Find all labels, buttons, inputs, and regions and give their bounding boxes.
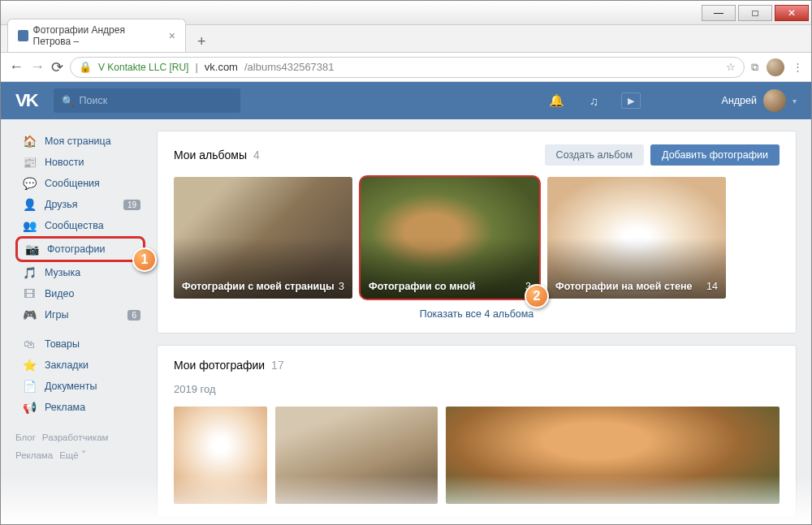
sidebar-item-documents[interactable]: 📄Документы: [15, 376, 145, 397]
page-content: VK 🔍 Поиск 🔔 ♫ ▶ Андрей ▾ 🏠Моя страница …: [1, 82, 811, 524]
omnibox[interactable]: 🔒 V Kontakte LLC [RU] | vk.com/albums432…: [70, 57, 745, 78]
messages-icon: 💬: [22, 177, 37, 190]
browser-window: — □ ✕ Фотографии Андрея Петрова – × + ← …: [0, 0, 812, 525]
menu-icon[interactable]: ⋮: [793, 61, 803, 73]
bag-icon: 🛍: [22, 338, 37, 351]
sidebar-item-label: Документы: [45, 381, 97, 392]
friends-icon: 👤: [22, 198, 37, 211]
browser-tab[interactable]: Фотографии Андрея Петрова – ×: [7, 19, 186, 52]
music-icon[interactable]: ♫: [584, 90, 605, 111]
photo-thumb[interactable]: [275, 407, 438, 504]
favicon-icon: [18, 30, 28, 41]
sidebar-item-communities[interactable]: 👥Сообщества: [15, 215, 145, 236]
sidebar-item-label: Видео: [45, 288, 75, 299]
photos-count: 17: [271, 359, 284, 372]
star-icon[interactable]: ☆: [726, 61, 736, 73]
sidebar-item-news[interactable]: 📰Новости: [15, 152, 145, 173]
sidebar-item-label: Сообщения: [45, 178, 100, 189]
sidebar-item-market[interactable]: 🛍Товары: [15, 334, 145, 355]
album-item[interactable]: Фотографии на моей стене 14: [547, 177, 726, 299]
search-input[interactable]: 🔍 Поиск: [54, 88, 240, 113]
close-button[interactable]: ✕: [775, 5, 809, 21]
profile-avatar-icon[interactable]: [767, 58, 784, 76]
sidebar-item-label: Товары: [45, 338, 80, 350]
album-title: Фотографии с моей страницы: [182, 281, 335, 292]
forward-button[interactable]: →: [30, 58, 45, 75]
vk-logo[interactable]: VK: [15, 90, 37, 111]
sidebar-item-label: Друзья: [45, 199, 78, 210]
search-placeholder: Поиск: [80, 95, 108, 106]
photo-thumb[interactable]: [174, 407, 267, 504]
footer-link-more[interactable]: Ещё ˅: [59, 450, 86, 460]
album-count: 14: [706, 281, 718, 292]
callout-marker-1: 1: [132, 247, 157, 272]
minimize-button[interactable]: —: [702, 5, 736, 21]
search-icon: 🔍: [62, 95, 75, 107]
footer-link-dev[interactable]: Разработчикам: [42, 432, 109, 442]
sidebar-item-messages[interactable]: 💬Сообщения: [15, 173, 145, 194]
communities-icon: 👥: [22, 219, 37, 232]
address-bar: ← → ⟳ 🔒 V Kontakte LLC [RU] | vk.com/alb…: [1, 53, 811, 82]
sidebar: 🏠Моя страница 📰Новости 💬Сообщения 👤Друзь…: [15, 131, 145, 524]
albums-title: Мои альбомы 4: [174, 148, 260, 161]
video-icon: 🎞: [22, 287, 37, 300]
megaphone-icon: 📢: [22, 401, 37, 414]
reload-button[interactable]: ⟳: [51, 58, 63, 76]
username: Андрей: [722, 95, 757, 106]
sidebar-item-label: Реклама: [45, 402, 85, 413]
chevron-down-icon: ▾: [793, 97, 797, 105]
sidebar-item-label: Моя страница: [45, 136, 111, 147]
sidebar-item-label: Сообщества: [45, 220, 104, 231]
sidebar-item-friends[interactable]: 👤Друзья19: [15, 194, 145, 215]
album-item[interactable]: Фотографии с моей страницы 3: [174, 177, 352, 299]
badge: 6: [127, 310, 140, 321]
games-icon: 🎮: [22, 308, 37, 321]
news-icon: 📰: [22, 156, 37, 169]
footer-link-blog[interactable]: Блог: [15, 432, 36, 442]
url-host: vk.com: [205, 61, 238, 73]
cert-label: V Kontakte LLC [RU]: [98, 62, 188, 73]
user-menu[interactable]: Андрей ▾: [722, 89, 797, 112]
home-icon: 🏠: [22, 135, 37, 148]
footer-link-ads[interactable]: Реклама: [15, 450, 53, 460]
add-photos-button[interactable]: Добавить фотографии: [650, 144, 780, 166]
tab-title: Фотографии Андрея Петрова –: [33, 24, 159, 47]
photo-thumb[interactable]: [446, 407, 780, 504]
photos-card: Мои фотографии 17 2019 год: [157, 345, 797, 518]
main-content: Мои альбомы 4 Создать альбом Добавить фо…: [157, 131, 797, 524]
sidebar-item-my-page[interactable]: 🏠Моя страница: [15, 131, 145, 152]
album-item[interactable]: Фотографии со мной 3: [361, 177, 539, 299]
sidebar-item-games[interactable]: 🎮Игры6: [15, 304, 145, 325]
notifications-icon[interactable]: 🔔: [546, 90, 568, 111]
photos-title: Мои фотографии 17: [174, 359, 284, 372]
album-count: 3: [339, 281, 344, 292]
music-note-icon: 🎵: [22, 266, 37, 279]
back-button[interactable]: ←: [9, 58, 24, 75]
url-path: /albums432567381: [244, 61, 335, 73]
tab-strip: Фотографии Андрея Петрова – × +: [1, 25, 811, 53]
album-title: Фотографии со мной: [369, 281, 475, 292]
tab-close-icon[interactable]: ×: [169, 29, 175, 42]
show-all-albums-link[interactable]: Показать все 4 альбома: [174, 308, 780, 320]
sidebar-item-label: Закладки: [45, 359, 89, 371]
document-icon: 📄: [22, 380, 37, 393]
create-album-button[interactable]: Создать альбом: [545, 144, 644, 166]
sidebar-item-photos[interactable]: 📷Фотографии: [15, 236, 145, 262]
sidebar-item-label: Фотографии: [47, 243, 105, 255]
maximize-button[interactable]: □: [738, 5, 772, 21]
sidebar-item-music[interactable]: 🎵Музыка: [15, 262, 145, 283]
sidebar-footer: БлогРазработчикам РекламаЕщё ˅: [15, 429, 145, 465]
new-tab-button[interactable]: +: [191, 32, 213, 52]
sidebar-item-label: Игры: [45, 309, 68, 321]
sidebar-item-label: Новости: [45, 157, 84, 168]
sidebar-item-video[interactable]: 🎞Видео: [15, 283, 145, 304]
camera-icon: 📷: [24, 243, 39, 256]
extension-icon[interactable]: ⧉: [751, 61, 758, 74]
sidebar-item-ads[interactable]: 📢Реклама: [15, 397, 145, 418]
sidebar-item-bookmarks[interactable]: ⭐Закладки: [15, 355, 145, 376]
vk-header: VK 🔍 Поиск 🔔 ♫ ▶ Андрей ▾: [1, 82, 811, 119]
lock-icon: 🔒: [79, 61, 92, 73]
badge: 19: [123, 200, 140, 210]
albums-card: Мои альбомы 4 Создать альбом Добавить фо…: [157, 131, 797, 334]
play-icon[interactable]: ▶: [621, 93, 641, 109]
